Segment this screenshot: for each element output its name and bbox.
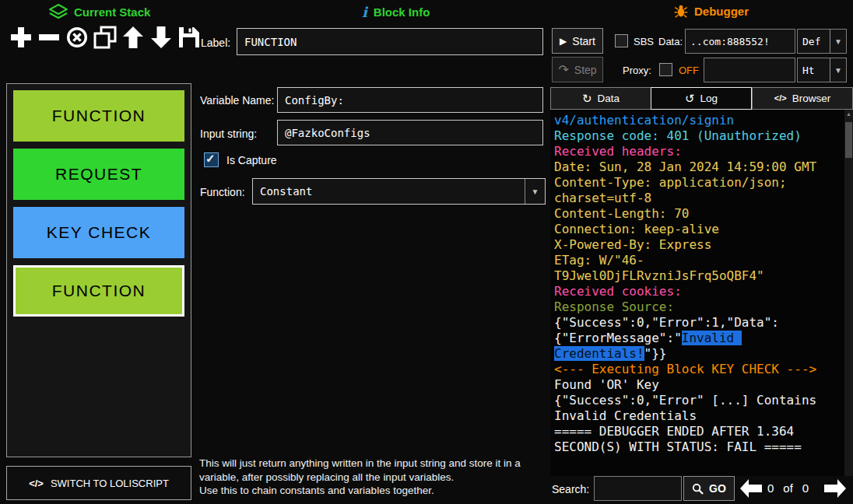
proxy-checkbox[interactable]: ✓: [659, 63, 672, 76]
chevron-down-icon: ▼: [830, 58, 846, 82]
log-line: Content-Type: application/json; charset=…: [554, 175, 840, 206]
sbs-label: SBS: [634, 36, 654, 47]
sbs-checkbox[interactable]: ✓: [615, 34, 628, 47]
header-current-stack: Current Stack: [49, 4, 150, 19]
is-capture-checkbox[interactable]: ✓: [204, 152, 219, 167]
arrow-left-icon: [739, 488, 763, 501]
variable-name-label: Variable Name:: [200, 94, 274, 107]
header-debugger: Debugger: [674, 4, 749, 18]
step-button-label: Step: [574, 64, 597, 76]
stack-layers-icon: [49, 4, 68, 19]
stack-block-request[interactable]: REQUEST: [13, 149, 184, 200]
remove-block-button[interactable]: [36, 26, 61, 51]
plus-icon: [9, 26, 33, 52]
stack-block-function[interactable]: FUNCTION: [13, 90, 184, 142]
result-counter: 0 of 0: [767, 481, 809, 495]
move-down-button[interactable]: [148, 26, 174, 51]
add-block-button[interactable]: [8, 26, 33, 51]
log-line: v4/authentication/signin: [554, 113, 840, 128]
tab-data[interactable]: ↻ Data: [550, 87, 651, 110]
log-line: <--- Executing Block KEY CHECK --->: [554, 362, 840, 377]
data-input[interactable]: [685, 29, 795, 54]
block-info-title: Block Info: [374, 5, 430, 19]
info-icon: i: [362, 4, 367, 20]
log-lines: v4/authentication/signinResponse code: 4…: [550, 110, 853, 476]
log-line: Connection: keep-alive: [554, 222, 840, 237]
step-button[interactable]: ↷ Step: [552, 57, 603, 82]
chevron-down-icon: ▼: [830, 30, 846, 53]
scroll-up-icon: ▲: [846, 111, 851, 117]
save-icon: [177, 26, 201, 52]
history-icon: ↺: [685, 93, 695, 104]
log-line: {"Success":0,"Error" [...] Contains Inva…: [554, 393, 840, 424]
save-config-button[interactable]: [176, 26, 202, 51]
log-line: ===== DEBUGGER ENDED AFTER 1.364 SECOND(…: [554, 424, 840, 455]
result-of-label: of: [783, 481, 793, 495]
proxy-input[interactable]: [704, 58, 795, 82]
stack-toolbar: [8, 26, 202, 51]
log-line: X-Powered-By: Express: [554, 237, 840, 253]
is-capture-label: Is Capture: [226, 154, 277, 166]
log-line: Response Source:: [554, 299, 840, 315]
header-block-info: i Block Info: [362, 4, 430, 20]
search-label: Search:: [552, 483, 589, 495]
move-up-button[interactable]: [120, 26, 146, 51]
refresh-icon: ↻: [582, 93, 592, 104]
magnifier-icon: [692, 483, 704, 495]
result-total: 0: [802, 481, 809, 495]
step-icon: ↷: [558, 62, 568, 77]
proxy-type-value: Ht: [798, 58, 830, 82]
prev-result-button[interactable]: [739, 478, 763, 502]
log-line: Date: Sun, 28 Jan 2024 14:59:00 GMT: [554, 159, 840, 175]
log-line: Found 'OR' Key: [554, 377, 840, 393]
switch-button-label: SWITCH TO LOLISCRIPT: [51, 478, 169, 489]
search-go-button[interactable]: GO: [683, 476, 735, 501]
data-type-value: Def: [798, 30, 830, 53]
tab-log-label: Log: [700, 93, 718, 104]
stack-block-key-check[interactable]: KEY CHECK: [13, 207, 184, 258]
tab-log[interactable]: ↺ Log: [651, 87, 752, 110]
tab-data-label: Data: [598, 93, 620, 104]
function-dropdown-value: Constant: [253, 179, 525, 204]
label-input[interactable]: [237, 28, 543, 55]
clone-block-button[interactable]: [92, 26, 118, 51]
proxy-label: Proxy:: [623, 65, 651, 76]
input-string-label: Input string:: [200, 128, 257, 140]
function-dropdown[interactable]: Constant ▼: [252, 178, 546, 205]
code-icon: </>: [774, 94, 787, 103]
search-input[interactable]: [594, 476, 682, 501]
log-line: Response code: 401 (Unauthorized): [554, 128, 840, 144]
log-line: Received cookies:: [554, 284, 840, 299]
go-button-label: GO: [709, 482, 726, 495]
chevron-down-icon: ▼: [525, 179, 545, 204]
block-description: This will just return anything written i…: [199, 457, 554, 498]
data-label: Data:: [658, 36, 683, 47]
clone-icon: [93, 26, 117, 52]
log-scrollbar[interactable]: ▲: [844, 110, 853, 476]
minus-icon: [37, 26, 61, 52]
log-line: {"Success":0,"Error":1,"Data": {"ErrorMe…: [554, 315, 840, 362]
tab-browser-label: Browser: [792, 93, 831, 104]
clear-stack-button[interactable]: [64, 26, 90, 51]
tab-browser[interactable]: </> Browser: [752, 87, 853, 110]
arrow-up-icon: [121, 26, 145, 52]
debugger-tabs: ↻ Data ↺ Log </> Browser: [550, 87, 853, 110]
arrow-right-icon: [823, 488, 847, 501]
log-line: ETag: W/"46-T9Jwel0DjFLRvzniJsFrq5oQBF4": [554, 253, 840, 284]
variable-name-input[interactable]: [277, 87, 543, 113]
bug-icon: [674, 4, 688, 18]
stack-block-list: FUNCTIONREQUESTKEY CHECKFUNCTION: [6, 83, 191, 457]
current-stack-title: Current Stack: [74, 5, 150, 19]
next-result-button[interactable]: [823, 478, 847, 502]
proxy-type-dropdown[interactable]: Ht ▼: [797, 58, 847, 82]
start-button-label: Start: [572, 35, 595, 47]
start-button[interactable]: ▶ Start: [552, 28, 603, 54]
scrollbar-thumb[interactable]: [845, 122, 852, 158]
input-string-input[interactable]: [277, 120, 543, 145]
label-field-label: Label:: [201, 37, 230, 49]
log-line: Content-Length: 70: [554, 206, 840, 222]
stack-block-function[interactable]: FUNCTION: [13, 265, 184, 317]
switch-to-loliscript-button[interactable]: </> SWITCH TO LOLISCRIPT: [6, 466, 191, 500]
function-label: Function:: [200, 186, 245, 198]
data-type-dropdown[interactable]: Def ▼: [797, 29, 847, 54]
